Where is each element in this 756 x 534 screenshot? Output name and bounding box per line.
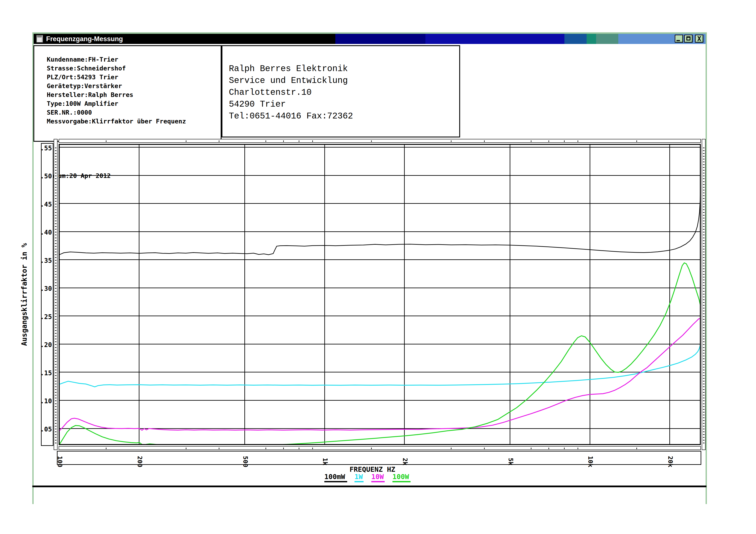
x-tick-label: 100 — [56, 456, 64, 467]
minor-tick — [55, 190, 56, 191]
minor-tick — [55, 392, 56, 393]
plot-border — [59, 144, 700, 445]
minor-tick — [703, 381, 705, 381]
minor-tick — [703, 285, 705, 286]
minor-tick — [55, 220, 56, 221]
title-bar[interactable]: Frequenzgang-Messung X — [34, 34, 706, 44]
minor-tick — [703, 336, 705, 337]
minor-tick — [55, 420, 56, 421]
minor-tick — [55, 215, 56, 216]
minor-tick — [703, 238, 705, 238]
minor-tick — [55, 159, 56, 159]
maximize-button[interactable] — [684, 35, 693, 43]
minor-tick — [55, 319, 56, 320]
window-border-right — [706, 32, 707, 504]
minor-tick — [703, 353, 705, 353]
minor-tick — [55, 350, 56, 351]
minor-tick — [55, 333, 56, 334]
minor-tick — [55, 192, 56, 193]
minor-tick — [55, 327, 56, 328]
minor-tick — [55, 297, 56, 297]
minor-tick — [703, 150, 705, 151]
minor-tick — [703, 218, 705, 218]
y-tick-label: .05 — [40, 425, 52, 433]
minor-tick — [55, 412, 56, 413]
minor-tick — [703, 389, 705, 390]
minor-tick — [55, 266, 56, 266]
legend-swatch-100mW — [324, 481, 347, 482]
minor-tick — [703, 395, 705, 395]
minor-tick — [703, 190, 705, 191]
minor-tick — [703, 384, 705, 384]
minor-tick — [55, 311, 56, 311]
minor-tick — [703, 392, 705, 393]
minor-tick — [703, 291, 705, 292]
minor-tick — [703, 325, 705, 325]
minor-tick — [703, 378, 705, 379]
minor-tick — [703, 350, 705, 351]
minor-tick — [703, 266, 705, 266]
minor-tick — [55, 223, 56, 224]
minor-tick — [703, 263, 705, 264]
minor-tick — [703, 347, 705, 348]
minor-tick — [55, 268, 56, 269]
minor-tick — [55, 243, 56, 244]
minor-tick — [703, 356, 705, 356]
minor-tick — [55, 423, 56, 424]
minor-tick — [55, 437, 56, 438]
minor-tick — [703, 429, 705, 429]
minor-tick — [55, 153, 56, 154]
minor-tick — [549, 140, 549, 142]
minor-tick — [55, 235, 56, 235]
minor-tick — [55, 378, 56, 379]
company-info-box: Ralph Berres Elektronik Service und Entw… — [222, 45, 460, 138]
x-tick-label: 10k — [587, 456, 594, 467]
window-title: Frequenzgang-Messung — [46, 35, 123, 43]
minor-tick — [265, 140, 266, 142]
minor-tick — [703, 308, 705, 309]
minor-tick — [703, 147, 705, 148]
minor-tick — [55, 429, 56, 429]
legend-label-10W: 10W — [371, 472, 384, 481]
minor-tick — [703, 305, 705, 306]
minor-tick — [703, 415, 705, 415]
minimize-button[interactable] — [675, 35, 683, 43]
y-axis-labels: .55.50.45.40.35.30.25.20.15.10.05 — [41, 143, 53, 446]
minor-tick — [703, 437, 705, 438]
minor-tick — [55, 384, 56, 384]
minor-tick — [703, 277, 705, 277]
screen: Frequenzgang-Messung X Kundenname:FH-Tri… — [0, 0, 756, 534]
minor-tick — [703, 254, 705, 255]
window-controls: X — [675, 35, 703, 43]
minor-tick — [55, 398, 56, 398]
minor-tick — [283, 447, 284, 449]
minor-tick — [55, 415, 56, 415]
minor-tick — [55, 257, 56, 258]
minor-tick — [703, 184, 705, 185]
minor-tick — [55, 308, 56, 309]
minor-tick — [55, 198, 56, 199]
minor-tick — [55, 400, 56, 401]
minor-tick — [703, 282, 705, 283]
minor-tick — [703, 440, 705, 441]
series-100W — [59, 263, 701, 445]
minor-tick — [55, 367, 56, 368]
minor-tick — [55, 246, 56, 247]
minor-tick — [703, 369, 705, 370]
minor-tick — [55, 170, 56, 171]
minor-tick — [55, 316, 56, 317]
app-icon[interactable] — [36, 35, 43, 43]
x-tick-label: 20k — [667, 456, 674, 467]
close-button[interactable]: X — [695, 35, 703, 43]
y-tick-label: .30 — [40, 285, 52, 292]
minor-tick — [55, 176, 56, 176]
minor-tick — [703, 297, 705, 297]
minor-tick — [312, 447, 313, 449]
minor-tick — [703, 288, 705, 289]
minor-tick — [703, 156, 705, 157]
minor-tick — [55, 274, 56, 275]
ruler-bottom — [59, 446, 701, 450]
minor-tick — [703, 192, 705, 193]
minor-tick — [299, 140, 299, 142]
y-tick-label: .55 — [40, 144, 52, 152]
